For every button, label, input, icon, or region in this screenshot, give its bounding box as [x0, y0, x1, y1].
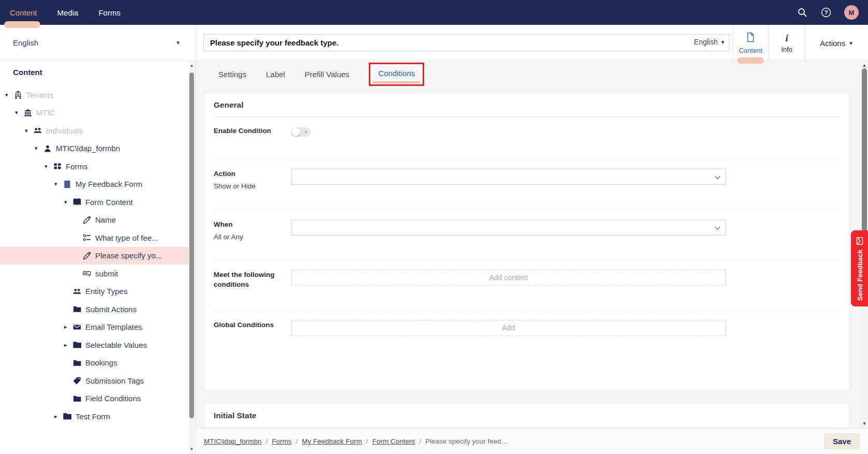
main-scrollbar-thumb[interactable]: [862, 68, 867, 231]
chevron-down-icon: ▾: [176, 39, 179, 46]
enable-condition-toggle[interactable]: ×: [291, 127, 311, 137]
language-selector-value: English: [13, 38, 38, 47]
action-row: Action Show or Hide: [214, 160, 840, 211]
caret-right-icon[interactable]: ▸: [64, 342, 73, 348]
tree-item-test-form[interactable]: ▸Test Form: [0, 407, 195, 426]
tree-item-form-content[interactable]: ▾Form Content: [0, 193, 195, 211]
tree-item-label: What type of fee...: [95, 233, 158, 242]
caret-down-icon[interactable]: ▾: [64, 199, 73, 206]
title-input[interactable]: [203, 34, 729, 51]
caret-right-icon[interactable]: ▸: [64, 324, 73, 330]
tree-item-label: Submission Tags: [85, 376, 144, 385]
tree-item-label: submit: [95, 269, 118, 278]
tab-label[interactable]: Label: [266, 70, 285, 79]
save-button[interactable]: Save: [824, 433, 860, 449]
tree-item-label: Please specify yo...: [95, 251, 162, 260]
tree-item-tenants[interactable]: ▾Tenants: [0, 86, 195, 104]
add-button[interactable]: Add: [291, 320, 726, 336]
tree-item-label: MTIC: [36, 108, 55, 117]
field-label: Meet the following conditions: [214, 270, 281, 311]
tree-item-field-conditions[interactable]: Field Conditions: [0, 390, 195, 408]
institution-icon: [24, 109, 32, 117]
tree-item-mtic[interactable]: ▾MTIC: [0, 104, 195, 122]
scroll-up-icon[interactable]: ▲: [189, 63, 194, 68]
info-icon: i: [785, 33, 788, 43]
actions-label: Actions: [820, 39, 845, 48]
sidebar-scrollbar[interactable]: ▲ ▼: [189, 61, 194, 454]
breadcrumb-separator: /: [366, 437, 368, 445]
chevron-down-icon: ▾: [849, 40, 852, 47]
tree-item-mtic-ldap-formbn[interactable]: ▾MTIC\ldap_formbn: [0, 140, 195, 158]
conditions-list-row: Meet the following conditions Add conten…: [214, 261, 840, 311]
when-select[interactable]: [291, 219, 726, 236]
sidebar: English ▾ Content ▾Tenants▾MTIC▾Individu…: [0, 25, 196, 454]
form-icon: [63, 180, 71, 188]
scroll-down-icon[interactable]: ▼: [861, 421, 868, 426]
tree-item-selectable-values[interactable]: ▸Selectable Values: [0, 336, 195, 354]
top-navbar: Content Media Forms ? M: [0, 0, 868, 25]
scroll-down-icon[interactable]: ▼: [189, 447, 194, 452]
initial-state-section: Initial State: [204, 403, 850, 428]
caret-down-icon[interactable]: ▾: [25, 127, 34, 134]
breadcrumb-item[interactable]: Form Content: [372, 437, 415, 445]
caret-down-icon[interactable]: ▾: [35, 145, 43, 152]
tab-active-indicator: [373, 81, 420, 83]
actions-dropdown[interactable]: Actions ▾: [820, 25, 852, 61]
tab-prefill-values[interactable]: Prefill Values: [305, 70, 349, 79]
breadcrumb-item[interactable]: My Feedback Form: [302, 437, 362, 445]
top-nav-sections: Content Media Forms: [0, 8, 121, 17]
send-feedback-label: Send Feedback: [856, 249, 863, 300]
folder-icon: [73, 394, 81, 403]
caret-right-icon[interactable]: ▸: [54, 413, 63, 420]
tab-settings[interactable]: Settings: [218, 70, 246, 79]
title-language-value: English: [694, 38, 718, 46]
tree-item-forms[interactable]: ▾Forms: [0, 157, 195, 175]
tree-item-submit-actions[interactable]: Submit Actions: [0, 300, 195, 318]
enable-condition-row: Enable Condition ×: [214, 117, 840, 160]
caret-down-icon[interactable]: ▾: [5, 92, 14, 98]
tab-info[interactable]: i Info: [769, 25, 805, 61]
send-feedback-button[interactable]: Send Feedback: [851, 230, 868, 306]
tab-content-app[interactable]: Content: [732, 25, 769, 61]
caret-down-icon[interactable]: ▾: [44, 163, 53, 170]
email-icon: [73, 323, 81, 331]
field-label: Global Conditions: [214, 320, 281, 393]
action-select[interactable]: [291, 169, 726, 185]
nav-item-content[interactable]: Content: [10, 8, 37, 17]
add-content-button[interactable]: Add content: [291, 270, 726, 286]
scroll-up-icon[interactable]: ▲: [861, 63, 868, 68]
general-section: General Enable Condition × Action Show o…: [204, 92, 850, 391]
nav-item-forms[interactable]: Forms: [98, 8, 121, 17]
tree-item-label: Entity Types: [85, 287, 127, 296]
caret-down-icon[interactable]: ▾: [15, 109, 24, 116]
tab-conditions[interactable]: Conditions: [378, 69, 415, 78]
tree-item-my-feedback-form[interactable]: ▾My Feedback Form: [0, 175, 195, 194]
tree-item-bookings[interactable]: Bookings: [0, 354, 195, 372]
breadcrumb-item[interactable]: Forms: [272, 437, 292, 445]
tree-item-please-specify-yo[interactable]: Please specify yo...: [0, 247, 195, 265]
tree-item-email-templates[interactable]: ▸Email Templates: [0, 318, 195, 336]
tree-item-label: Field Conditions: [85, 394, 141, 403]
user-avatar[interactable]: M: [844, 5, 859, 20]
caret-down-icon[interactable]: ▾: [54, 181, 63, 187]
content-tree: ▾Tenants▾MTIC▾Individuals▾MTIC\ldap_form…: [0, 86, 195, 426]
tree-item-submission-tags[interactable]: Submission Tags: [0, 372, 195, 390]
tree-item-label: Submit Actions: [85, 305, 137, 314]
search-icon[interactable]: [797, 7, 808, 18]
tab-info-label: Info: [781, 46, 792, 53]
language-selector[interactable]: English ▾: [0, 25, 195, 61]
tree-item-label: Selectable Values: [85, 341, 147, 349]
nav-item-media[interactable]: Media: [57, 8, 79, 17]
breadcrumb-item[interactable]: MTIC\ldap_formbn: [204, 437, 262, 445]
sidebar-scrollbar-thumb[interactable]: [189, 72, 194, 418]
content-page-icon: [745, 32, 756, 45]
tree-item-submit[interactable]: submit: [0, 265, 195, 283]
tree-item-name[interactable]: Name: [0, 211, 195, 229]
title-language-dropdown[interactable]: English ▾: [694, 38, 724, 46]
tree-item-entity-types[interactable]: Entity Types: [0, 283, 195, 301]
tree-item-individuals[interactable]: ▾Individuals: [0, 122, 195, 140]
tree-item-what-type-of-fee[interactable]: What type of fee...: [0, 229, 195, 247]
field-label: Enable Condition: [214, 126, 281, 159]
tree-item-label: Bookings: [85, 358, 117, 367]
help-icon[interactable]: ?: [820, 7, 832, 18]
